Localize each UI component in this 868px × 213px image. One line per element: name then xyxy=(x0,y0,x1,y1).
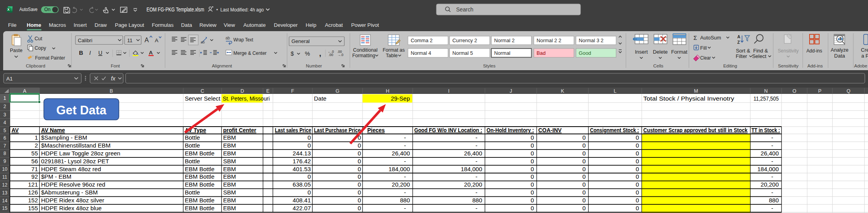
svg-text:15: 15 xyxy=(2,206,8,211)
svg-text:56: 56 xyxy=(31,158,38,164)
svg-text:Conditional: Conditional xyxy=(353,47,378,53)
svg-text:Z: Z xyxy=(737,40,740,45)
svg-text:EBM Bottle: EBM Bottle xyxy=(185,181,214,188)
svg-text:On: On xyxy=(44,7,51,12)
svg-text:0: 0 xyxy=(531,181,534,188)
svg-text:Editing: Editing xyxy=(723,64,737,68)
svg-text:11,257,505: 11,257,505 xyxy=(753,95,779,102)
svg-text:12: 12 xyxy=(2,182,8,188)
svg-text:P: P xyxy=(818,88,821,94)
svg-text:Table: Table xyxy=(386,53,398,58)
svg-text:Filter: Filter xyxy=(736,53,748,59)
svg-text:-: - xyxy=(404,173,406,180)
svg-text:B: B xyxy=(110,88,113,94)
svg-text:0: 0 xyxy=(308,142,311,149)
svg-text:Insert: Insert xyxy=(74,22,87,28)
svg-text:0: 0 xyxy=(531,197,534,204)
svg-text:0: 0 xyxy=(636,142,639,149)
svg-text:0: 0 xyxy=(582,158,586,164)
svg-text:-: - xyxy=(404,158,406,164)
svg-text:Total Stock / Physical Invenot: Total Stock / Physical Invenotry xyxy=(643,95,735,102)
svg-text:-: - xyxy=(475,134,477,141)
svg-text:184,000: 184,000 xyxy=(461,166,482,172)
svg-text:-: - xyxy=(771,134,773,141)
svg-text:fx: fx xyxy=(111,75,116,82)
svg-text:20,200: 20,200 xyxy=(761,181,779,188)
svg-text:SBM: SBM xyxy=(223,158,236,164)
svg-text:126: 126 xyxy=(28,189,38,196)
svg-text:Normal 3 2: Normal 3 2 xyxy=(579,37,604,43)
svg-text:Clear: Clear xyxy=(700,55,711,61)
svg-text:Acrobat: Acrobat xyxy=(325,22,343,28)
svg-text:D: D xyxy=(240,88,244,94)
svg-text:Help: Help xyxy=(306,22,316,28)
svg-text:880: 880 xyxy=(769,197,779,204)
svg-text:AV: AV xyxy=(11,127,19,133)
svg-text:TT in Stock :: TT in Stock : xyxy=(752,127,780,133)
svg-text:$PM - EBM: $PM - EBM xyxy=(41,173,71,180)
svg-text:→.0: →.0 xyxy=(337,53,344,57)
svg-text:AutoSave: AutoSave xyxy=(19,6,38,12)
svg-text:13: 13 xyxy=(2,190,8,196)
svg-text:EBM Bottle: EBM Bottle xyxy=(185,197,214,204)
svg-text:Bottle: Bottle xyxy=(185,134,200,141)
svg-text:Automate: Automate xyxy=(243,22,265,28)
svg-text:-: - xyxy=(475,173,477,180)
svg-text:HDPE Ridex 48oz blue: HDPE Ridex 48oz blue xyxy=(41,205,101,211)
svg-text:ab: ab xyxy=(225,36,230,40)
svg-text:Find &: Find & xyxy=(753,48,768,54)
svg-text:,: , xyxy=(319,49,321,58)
svg-text:EBM Bottle: EBM Bottle xyxy=(185,166,214,172)
svg-text:EBM: EBM xyxy=(223,142,236,149)
svg-text:176.42: 176.42 xyxy=(293,158,311,164)
svg-text:Bottle: Bottle xyxy=(185,158,200,164)
svg-text:9: 9 xyxy=(4,159,6,164)
svg-text:0: 0 xyxy=(636,205,639,211)
svg-text:EBM: EBM xyxy=(223,197,236,204)
svg-text:Page Layout: Page Layout xyxy=(115,22,144,28)
svg-text:0: 0 xyxy=(358,173,361,180)
svg-text:638.05: 638.05 xyxy=(293,181,311,188)
svg-text:Sort &: Sort & xyxy=(736,48,750,54)
svg-text:0: 0 xyxy=(358,205,361,211)
svg-text:11: 11 xyxy=(127,37,133,43)
svg-text:0: 0 xyxy=(358,189,361,196)
svg-text:AV Name: AV Name xyxy=(41,127,65,133)
svg-text:0: 0 xyxy=(358,181,361,188)
svg-text:0: 0 xyxy=(636,134,639,141)
svg-text:184,000: 184,000 xyxy=(389,166,410,172)
svg-text:Format: Format xyxy=(671,49,688,55)
svg-text:Format Painter: Format Painter xyxy=(35,55,65,61)
svg-text:F: F xyxy=(291,88,294,94)
svg-text:-: - xyxy=(475,158,477,164)
svg-text:File: File xyxy=(8,22,17,28)
svg-text:0: 0 xyxy=(582,205,586,211)
svg-text:HDPE Ridex 48oz silver: HDPE Ridex 48oz silver xyxy=(41,197,104,204)
svg-text:152: 152 xyxy=(28,197,38,204)
svg-text:Q: Q xyxy=(847,88,851,94)
svg-text:$Sampling - EBM: $Sampling - EBM xyxy=(41,134,87,141)
svg-text:H: H xyxy=(386,88,389,94)
svg-text:HDPE Law Toggle 28oz green: HDPE Law Toggle 28oz green xyxy=(41,150,120,157)
svg-text:ab: ab xyxy=(201,40,205,44)
svg-text:0: 0 xyxy=(358,150,361,157)
svg-text:0: 0 xyxy=(358,142,361,149)
svg-text:10: 10 xyxy=(2,166,8,172)
svg-text:$: $ xyxy=(291,50,294,57)
svg-text:U: U xyxy=(98,50,102,56)
svg-text:Copy: Copy xyxy=(35,45,47,51)
svg-text:Σ: Σ xyxy=(693,35,697,41)
svg-text:0: 0 xyxy=(582,189,586,196)
svg-text:Insert: Insert xyxy=(635,49,648,55)
svg-text:26,400: 26,400 xyxy=(464,150,482,157)
svg-text:Paste: Paste xyxy=(10,48,23,53)
svg-text:0: 0 xyxy=(531,142,534,149)
svg-text:Cells: Cells xyxy=(653,64,663,68)
svg-text:Developer: Developer xyxy=(274,22,298,28)
svg-text:Review: Review xyxy=(199,22,217,28)
svg-text:EBM: EBM xyxy=(223,181,236,188)
svg-text:0: 0 xyxy=(308,134,311,141)
svg-text:401.53: 401.53 xyxy=(293,166,311,172)
svg-text:0: 0 xyxy=(582,134,586,141)
svg-text:A: A xyxy=(737,34,740,39)
